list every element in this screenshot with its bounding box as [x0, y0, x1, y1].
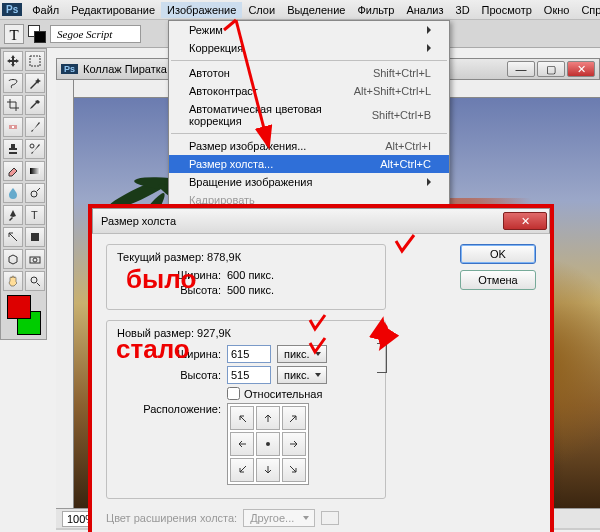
menu-3d[interactable]: 3D [450, 2, 476, 18]
anchor-s[interactable] [256, 458, 280, 482]
heal-tool[interactable] [3, 117, 23, 137]
anchor-c[interactable] [256, 432, 280, 456]
new-width-label: Ширина: [117, 348, 227, 360]
menu-separator [171, 133, 447, 134]
minimize-button[interactable]: — [507, 61, 535, 77]
ruler-vertical [56, 80, 74, 508]
anchor-e[interactable] [282, 432, 306, 456]
marquee-tool[interactable] [25, 51, 45, 71]
anchor-sw[interactable] [230, 458, 254, 482]
menu-autocolor[interactable]: Автоматическая цветовая коррекцияShift+C… [169, 100, 449, 130]
blur-tool[interactable] [3, 183, 23, 203]
current-size-group: Текущий размер: 878,9К Ширина:600 пикс. … [106, 244, 386, 310]
foreground-color[interactable] [7, 295, 31, 319]
active-tool-icon: T [4, 24, 24, 44]
menu-mode[interactable]: Режим [169, 21, 449, 39]
menu-image[interactable]: Изображение [161, 2, 242, 18]
new-height-label: Высота: [117, 369, 227, 381]
menu-view[interactable]: Просмотр [476, 2, 538, 18]
menu-image-size[interactable]: Размер изображения...Alt+Ctrl+I [169, 137, 449, 155]
current-size-heading: Текущий размер: 878,9К [117, 251, 375, 263]
document-title: Коллаж Пиратка [83, 63, 167, 75]
color-swatches[interactable] [3, 293, 45, 337]
extension-label: Цвет расширения холста: [106, 512, 237, 524]
crop-tool[interactable] [3, 95, 23, 115]
maximize-button[interactable]: ▢ [537, 61, 565, 77]
link-icon [377, 343, 387, 373]
height-unit-select[interactable]: пикс. [277, 366, 327, 384]
anchor-ne[interactable] [282, 406, 306, 430]
close-button[interactable]: ✕ [567, 61, 595, 77]
anchor-grid[interactable] [227, 403, 309, 485]
eyedropper-tool[interactable] [25, 95, 45, 115]
gradient-tool[interactable] [25, 161, 45, 181]
menu-select[interactable]: Выделение [281, 2, 351, 18]
annotation-frame: Размер холста ✕ OK Отмена Текущий размер… [88, 204, 554, 532]
anchor-nw[interactable] [230, 406, 254, 430]
zoom-tool[interactable] [25, 271, 45, 291]
toolbox: T [0, 48, 47, 340]
ok-button[interactable]: OK [460, 244, 536, 264]
menu-help[interactable]: Справ [575, 2, 600, 18]
new-size-group: Новый размер: 927,9К Ширина: пикс. Высот… [106, 320, 386, 499]
cur-height-value: 500 пикс. [227, 284, 274, 296]
canvas-size-dialog: Размер холста ✕ OK Отмена Текущий размер… [92, 208, 550, 532]
extension-color-chip[interactable] [321, 511, 339, 525]
type-tool[interactable]: T [25, 205, 45, 225]
svg-point-8 [33, 258, 37, 262]
shape-tool[interactable] [25, 227, 45, 247]
menu-edit[interactable]: Редактирование [65, 2, 161, 18]
dialog-close-button[interactable]: ✕ [503, 212, 547, 230]
dodge-tool[interactable] [25, 183, 45, 203]
font-family-select[interactable]: Segoe Script [50, 25, 141, 43]
menu-filter[interactable]: Фильтр [351, 2, 400, 18]
dialog-titlebar[interactable]: Размер холста ✕ [92, 208, 550, 234]
hand-tool[interactable] [3, 271, 23, 291]
path-tool[interactable] [3, 227, 23, 247]
svg-rect-3 [30, 168, 40, 174]
menu-layer[interactable]: Слои [242, 2, 281, 18]
cancel-button[interactable]: Отмена [460, 270, 536, 290]
menu-analysis[interactable]: Анализ [400, 2, 449, 18]
anchor-n[interactable] [256, 406, 280, 430]
lasso-tool[interactable] [3, 73, 23, 93]
chevron-right-icon [427, 44, 431, 52]
svg-text:T: T [31, 209, 38, 221]
new-height-input[interactable] [227, 366, 271, 384]
anchor-w[interactable] [230, 432, 254, 456]
extension-color-select[interactable]: Другое... [243, 509, 315, 527]
doc-ps-icon: Ps [61, 64, 78, 74]
new-size-heading: Новый размер: 927,9К [117, 327, 375, 339]
width-unit-select[interactable]: пикс. [277, 345, 327, 363]
relative-label: Относительная [244, 388, 322, 400]
brush-tool[interactable] [25, 117, 45, 137]
history-brush-tool[interactable] [25, 139, 45, 159]
svg-point-4 [31, 191, 37, 197]
svg-point-10 [266, 442, 270, 446]
stamp-tool[interactable] [3, 139, 23, 159]
chevron-right-icon [427, 178, 431, 186]
anchor-se[interactable] [282, 458, 306, 482]
cur-width-label: Ширина: [117, 269, 227, 281]
menu-autocontrast[interactable]: АвтоконтрастAlt+Shift+Ctrl+L [169, 82, 449, 100]
menu-adjustments[interactable]: Коррекция [169, 39, 449, 57]
move-tool[interactable] [3, 51, 23, 71]
relative-checkbox[interactable] [227, 387, 240, 400]
3d-tool[interactable] [3, 249, 23, 269]
anchor-label: Расположение: [117, 403, 227, 415]
t-orient-icon[interactable] [28, 25, 46, 43]
extension-color-row: Цвет расширения холста: Другое... [106, 509, 536, 527]
menu-file[interactable]: Файл [26, 2, 65, 18]
menu-canvas-size[interactable]: Размер холста...Alt+Ctrl+C [169, 155, 449, 173]
pen-tool[interactable] [3, 205, 23, 225]
menu-bar: Ps Файл Редактирование Изображение Слои … [0, 0, 600, 20]
camera-tool[interactable] [25, 249, 45, 269]
menu-window[interactable]: Окно [538, 2, 576, 18]
menu-rotate[interactable]: Вращение изображения [169, 173, 449, 191]
wand-tool[interactable] [25, 73, 45, 93]
new-width-input[interactable] [227, 345, 271, 363]
eraser-tool[interactable] [3, 161, 23, 181]
svg-point-2 [30, 144, 34, 148]
menu-autotone[interactable]: АвтотонShift+Ctrl+L [169, 64, 449, 82]
menu-separator [171, 60, 447, 61]
